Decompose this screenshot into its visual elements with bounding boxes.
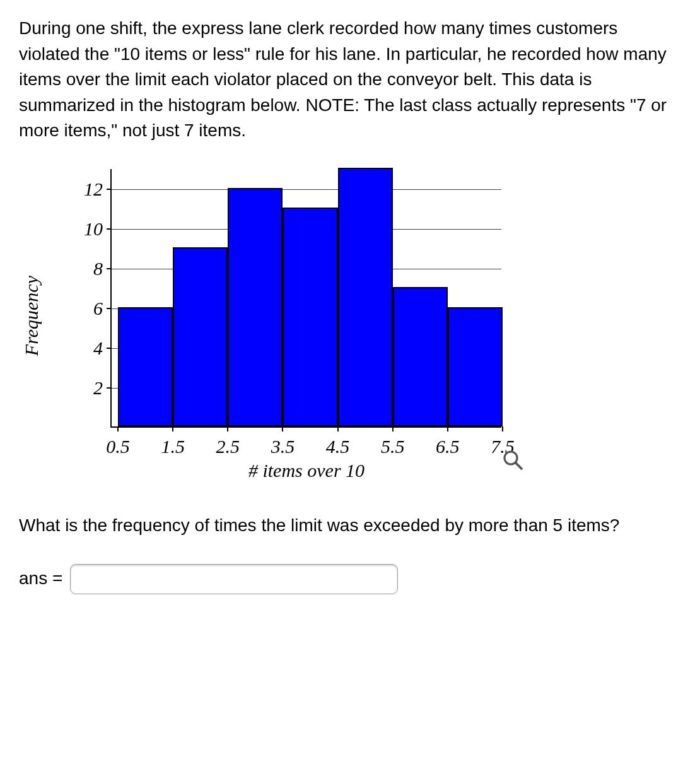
histogram-bar — [283, 208, 337, 426]
histogram-bar — [228, 188, 283, 426]
histogram-bar — [448, 307, 503, 426]
y-tick-label: 6 — [93, 295, 112, 322]
histogram-chart: Frequency # items over 10 246810120.51.5… — [38, 163, 530, 491]
x-tick-label: 5.5 — [381, 426, 405, 461]
answer-row: ans = — [19, 564, 681, 594]
answer-input[interactable] — [70, 564, 398, 594]
plot-area: # items over 10 246810120.51.52.53.54.55… — [110, 169, 501, 428]
answer-label: ans = — [19, 566, 62, 592]
x-tick-label: 2.5 — [216, 426, 240, 461]
histogram-bar — [338, 168, 393, 426]
x-tick-label: 3.5 — [271, 426, 295, 461]
magnify-icon[interactable] — [502, 449, 523, 478]
x-tick-label: 6.5 — [436, 426, 460, 461]
y-tick-label: 8 — [93, 255, 112, 283]
x-tick-label: 0.5 — [106, 426, 130, 461]
x-tick-label: 1.5 — [161, 426, 185, 461]
y-tick-label: 4 — [93, 334, 112, 362]
histogram-bar — [173, 247, 228, 426]
y-tick-label: 12 — [84, 175, 112, 203]
gridline — [112, 189, 501, 190]
y-tick-label: 2 — [93, 374, 112, 402]
histogram-bar — [393, 287, 448, 426]
problem-prompt: During one shift, the express lane clerk… — [19, 16, 681, 144]
x-axis-label: # items over 10 — [248, 457, 365, 484]
svg-line-1 — [516, 463, 522, 469]
x-tick-label: 4.5 — [326, 426, 350, 461]
y-axis-label: Frequency — [18, 276, 45, 356]
histogram-bar — [118, 307, 173, 426]
y-tick-label: 10 — [84, 215, 112, 243]
question-text: What is the frequency of times the limit… — [19, 513, 681, 539]
